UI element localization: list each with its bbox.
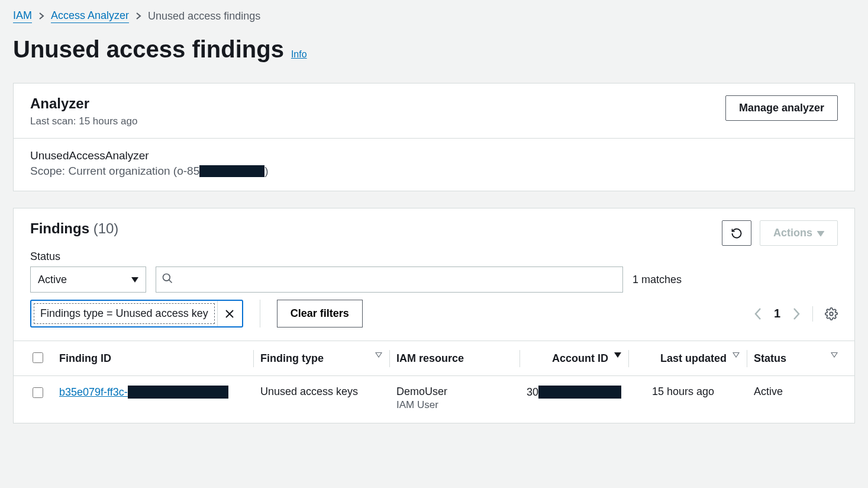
findings-panel: Findings (10) Actions Status Active	[13, 208, 855, 423]
chevron-right-icon	[38, 10, 45, 23]
analyzer-scope: Scope: Current organization (o-85 )	[30, 165, 838, 178]
findings-heading-text: Findings	[30, 220, 89, 236]
status-label: Status	[30, 251, 838, 263]
col-status[interactable]: Status	[747, 341, 854, 376]
chevron-right-icon	[792, 307, 801, 320]
analyzer-scope-suffix: )	[264, 165, 268, 178]
refresh-icon	[731, 227, 743, 239]
col-last-updated[interactable]: Last updated	[628, 341, 747, 376]
info-link[interactable]: Info	[291, 49, 307, 60]
sort-desc-icon	[614, 352, 621, 358]
divider	[260, 300, 260, 328]
breadcrumb: IAM Access Analyzer Unused access findin…	[13, 6, 855, 33]
cell-last-updated: 15 hours ago	[628, 376, 747, 421]
close-icon	[225, 309, 234, 319]
chevron-left-icon	[754, 307, 762, 320]
iam-resource-name: DemoUser	[396, 386, 512, 398]
caret-down-icon	[131, 277, 138, 282]
table-row: b35e079f-ff3c- Unused access keys DemoUs…	[14, 376, 854, 421]
actions-dropdown-button[interactable]: Actions	[760, 220, 838, 246]
sort-icon	[375, 352, 382, 358]
breadcrumb-link-access-analyzer[interactable]: Access Analyzer	[51, 9, 129, 23]
page-title: Unused access findings Info	[13, 36, 855, 63]
redacted-account-id	[538, 386, 621, 399]
account-id-visible: 30	[527, 386, 538, 399]
clear-filters-button[interactable]: Clear filters	[277, 300, 363, 328]
cell-status: Active	[747, 376, 854, 421]
cell-iam-resource: DemoUser IAM User	[389, 376, 519, 421]
iam-resource-type: IAM User	[396, 399, 512, 411]
actions-button-label: Actions	[773, 227, 812, 239]
analyzer-last-scan: Last scan: 15 hours ago	[30, 115, 137, 127]
pagination: 1	[754, 306, 838, 322]
filter-chip-label: Findings type = Unused access key	[34, 303, 215, 324]
findings-count: (10)	[93, 220, 119, 236]
col-last-updated-label: Last updated	[660, 352, 727, 364]
caret-down-icon	[817, 227, 824, 239]
search-input[interactable]	[156, 267, 623, 293]
svg-marker-0	[817, 231, 824, 236]
status-select[interactable]: Active	[30, 267, 146, 293]
svg-point-5	[830, 312, 833, 316]
divider	[812, 306, 813, 322]
redacted-org-id	[199, 165, 264, 177]
findings-heading: Findings (10)	[30, 220, 118, 237]
col-account-id-label: Account ID	[552, 352, 608, 364]
breadcrumb-link-iam[interactable]: IAM	[13, 9, 32, 23]
col-account-id[interactable]: Account ID	[519, 341, 628, 376]
chevron-right-icon	[135, 10, 142, 23]
sort-icon	[733, 352, 740, 358]
row-checkbox[interactable]	[33, 387, 43, 398]
select-all-checkbox[interactable]	[33, 352, 43, 363]
cell-finding-type: Unused access keys	[253, 376, 389, 421]
col-finding-id[interactable]: Finding ID	[52, 341, 253, 376]
sort-icon	[831, 352, 838, 358]
svg-line-2	[169, 280, 172, 283]
gear-icon	[825, 307, 838, 320]
cell-account-id: 30	[519, 376, 628, 421]
page-number: 1	[774, 307, 780, 320]
redacted-finding-id	[128, 386, 228, 399]
breadcrumb-current: Unused access findings	[148, 10, 260, 23]
page-next[interactable]	[792, 307, 801, 320]
matches-count: 1 matches	[633, 274, 682, 286]
refresh-button[interactable]	[722, 220, 751, 246]
status-select-value: Active	[38, 274, 67, 286]
col-iam-resource-label: IAM resource	[396, 352, 464, 364]
analyzer-scope-prefix: Scope: Current organization (o-85	[30, 165, 199, 178]
search-icon	[162, 272, 173, 287]
finding-id-link[interactable]: b35e079f-ff3c-	[59, 386, 128, 399]
svg-point-1	[163, 274, 170, 281]
search-field[interactable]	[156, 267, 623, 293]
manage-analyzer-button[interactable]: Manage analyzer	[725, 95, 838, 121]
col-status-label: Status	[754, 352, 786, 364]
filter-chip-remove[interactable]	[217, 301, 242, 326]
settings-button[interactable]	[825, 307, 838, 320]
col-finding-type-label: Finding type	[260, 352, 324, 364]
col-iam-resource[interactable]: IAM resource	[389, 341, 519, 376]
analyzer-panel: Analyzer Last scan: 15 hours ago Manage …	[13, 83, 855, 191]
analyzer-name: UnusedAccessAnalyzer	[30, 149, 838, 162]
col-select-all	[14, 341, 52, 376]
analyzer-heading: Analyzer	[30, 95, 137, 112]
filter-chip[interactable]: Findings type = Unused access key	[30, 300, 243, 328]
col-finding-type[interactable]: Finding type	[253, 341, 389, 376]
page-title-text: Unused access findings	[13, 36, 284, 63]
page-prev[interactable]	[754, 307, 762, 320]
findings-table: Finding ID Finding type IAM resource Acc…	[14, 341, 854, 420]
